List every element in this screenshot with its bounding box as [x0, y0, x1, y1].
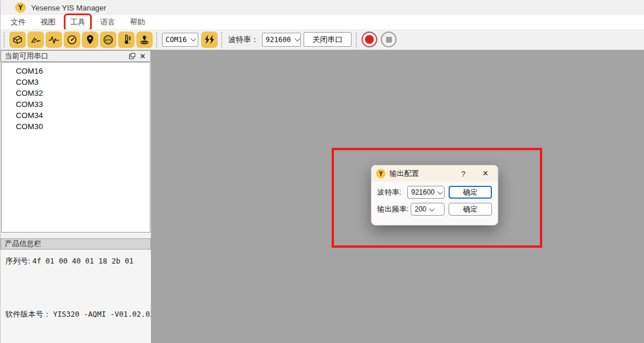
- chevron-down-icon: [295, 36, 301, 41]
- menu-help[interactable]: 帮助: [126, 16, 149, 29]
- toolbar-grip[interactable]: [356, 32, 359, 47]
- port-list-item[interactable]: COM34: [2, 110, 150, 121]
- thermometer-icon: [120, 34, 132, 46]
- serial-port-list: COM16 COM3 COM32 COM33 COM34 COM30: [1, 62, 150, 233]
- attitude-curve-icon: [30, 34, 42, 46]
- serial-number-line: 序列号: 4f 01 00 40 01 18 2b 01: [5, 256, 133, 266]
- location-pin-icon: [84, 34, 96, 46]
- toolbar-button-attitude-curve[interactable]: [27, 32, 44, 48]
- dialog-frequency-select[interactable]: 200: [411, 203, 445, 216]
- cube-3d-icon: [12, 34, 23, 46]
- output-config-dialog: Y 输出配置 ? × 波特率: 921600 确定 输出频率: 200: [371, 165, 498, 226]
- menu-language[interactable]: 语言: [96, 16, 119, 29]
- close-panel-icon[interactable]: ×: [137, 51, 148, 61]
- port-list-item[interactable]: COM30: [2, 121, 150, 132]
- com-port-select[interactable]: COM16: [162, 33, 198, 47]
- toolbar: UTC COM16 波特率： 921600 关闭串口: [1, 29, 644, 50]
- app-window: Y Yesense YIS Manager 文件 视图 工具 语言 帮助 UTC: [0, 0, 644, 343]
- dialog-body: 波特率: 921600 确定 输出频率: 200 确定: [371, 182, 498, 216]
- ports-panel-header: 当前可用串口 ×: [1, 50, 151, 62]
- stop-button[interactable]: [381, 32, 397, 47]
- main-canvas: Y 输出配置 ? × 波特率: 921600 确定 输出频率: 200: [151, 50, 644, 343]
- toolbar-button-gauge[interactable]: [64, 32, 80, 48]
- toolbar-button-3d-view[interactable]: [9, 32, 26, 48]
- baud-rate-value: 921600: [266, 36, 291, 44]
- port-list-item[interactable]: COM16: [2, 65, 150, 77]
- menu-bar: 文件 视图 工具 语言 帮助: [1, 15, 644, 29]
- stop-square-icon: [386, 37, 392, 43]
- dialog-baud-ok-button[interactable]: 确定: [449, 186, 492, 199]
- dialog-title: 输出配置: [390, 169, 457, 179]
- com-port-value: COM16: [166, 36, 187, 44]
- baud-rate-select[interactable]: 921600: [262, 33, 301, 47]
- firmware-version-line: 软件版本号： YIS320 -AQMI -V01.02.03;: [5, 309, 159, 320]
- output-frequency-row: 输出频率: 200 确定: [377, 203, 492, 216]
- firmware-version-value: YIS320 -AQMI -V01.02.03;: [53, 310, 159, 318]
- menu-tools-highlighted[interactable]: 工具: [66, 16, 89, 29]
- refresh-ports-button[interactable]: [201, 32, 218, 48]
- app-logo-icon: Y: [15, 2, 26, 13]
- baud-rate-label: 波特率：: [228, 34, 259, 45]
- window-title: Yesense YIS Manager: [31, 4, 106, 12]
- utc-clock-icon: UTC: [102, 34, 114, 46]
- dialog-title-bar[interactable]: Y 输出配置 ? ×: [371, 165, 498, 182]
- chevron-down-icon: [438, 189, 443, 195]
- dialog-baud-select[interactable]: 921600: [407, 186, 445, 199]
- toolbar-grip[interactable]: [4, 32, 7, 47]
- toolbar-button-sensor-position[interactable]: [136, 32, 153, 48]
- dialog-logo-icon: Y: [376, 169, 385, 178]
- record-circle-icon: [365, 35, 374, 44]
- serial-number-value: 4f 01 00 40 01 18 2b 01: [32, 257, 133, 265]
- double-lightning-icon: [204, 34, 215, 46]
- port-list-item[interactable]: COM3: [2, 77, 150, 88]
- float-window-icon[interactable]: [127, 51, 137, 61]
- sensor-pin-icon: [139, 34, 150, 46]
- toolbar-button-temperature[interactable]: [118, 32, 135, 48]
- product-info-title: 产品信息栏: [5, 239, 42, 249]
- dialog-baud-value: 921600: [411, 188, 435, 196]
- product-info-body: 序列号: 4f 01 00 40 01 18 2b 01 软件版本号： YIS3…: [1, 250, 151, 343]
- ports-panel-title: 当前可用串口: [5, 51, 49, 61]
- gauge-icon: [66, 34, 78, 46]
- port-list-item[interactable]: COM32: [2, 88, 150, 99]
- dialog-close-icon[interactable]: ×: [478, 169, 493, 178]
- toolbar-button-location[interactable]: [82, 32, 98, 48]
- close-serial-button[interactable]: 关闭串口: [304, 32, 352, 47]
- dialog-frequency-ok-button[interactable]: 确定: [449, 203, 492, 216]
- toolbar-grip[interactable]: [221, 32, 225, 47]
- product-info-header: 产品信息栏: [1, 238, 151, 250]
- menu-file[interactable]: 文件: [6, 16, 30, 29]
- record-button[interactable]: [361, 32, 377, 47]
- serial-number-label: 序列号:: [5, 257, 30, 265]
- toolbar-button-waveform[interactable]: [46, 32, 62, 48]
- dialog-frequency-label: 输出频率:: [377, 205, 408, 214]
- toolbar-grip[interactable]: [156, 32, 160, 47]
- dialog-help-icon[interactable]: ?: [457, 169, 470, 178]
- title-bar: Y Yesense YIS Manager: [1, 0, 644, 15]
- baud-rate-row: 波特率: 921600 确定: [377, 186, 492, 199]
- waveform-icon: [48, 34, 60, 46]
- firmware-version-label: 软件版本号：: [5, 310, 51, 318]
- dialog-frequency-value: 200: [415, 205, 426, 213]
- port-list-item[interactable]: COM33: [2, 99, 150, 110]
- dialog-baud-label: 波特率:: [377, 188, 401, 198]
- chevron-down-icon: [429, 206, 435, 212]
- chevron-down-icon: [191, 36, 197, 41]
- sidebar: 当前可用串口 × COM16 COM3 COM32 COM33 COM34 CO…: [1, 50, 151, 343]
- toolbar-button-utc-clock[interactable]: UTC: [100, 32, 116, 48]
- menu-view[interactable]: 视图: [36, 16, 60, 29]
- svg-text:UTC: UTC: [105, 38, 112, 41]
